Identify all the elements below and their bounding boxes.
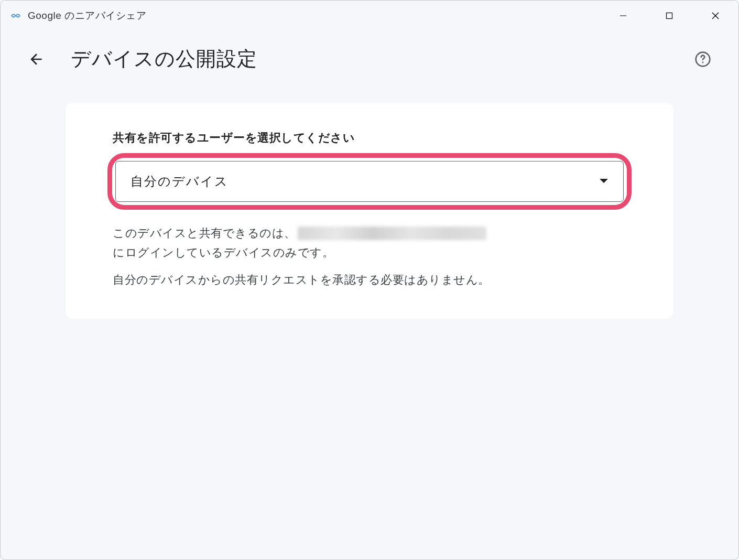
maximize-button[interactable] <box>646 1 692 31</box>
settings-card: 共有を許可するユーザーを選択してください 自分のデバイス このデバイスと共有でき… <box>66 103 673 319</box>
app-icon <box>11 11 20 20</box>
titlebar: Google のニアバイシェア <box>1 1 738 31</box>
help-button[interactable] <box>691 48 714 71</box>
svg-rect-1 <box>667 13 672 19</box>
desc-text-before: このデバイスと共有できるのは、 <box>113 223 296 243</box>
redacted-account-info <box>298 227 486 240</box>
dropdown-selected-value: 自分のデバイス <box>131 173 229 190</box>
visibility-dropdown[interactable]: 自分のデバイス <box>115 161 624 202</box>
app-title: Google のニアバイシェア <box>28 9 146 23</box>
description-line-2: 自分のデバイスからの共有リクエストを承認する必要はありません。 <box>113 270 632 289</box>
description-line-1: このデバイスと共有できるのは、 にログインしているデバイスのみです。 <box>113 223 632 263</box>
window-controls <box>600 1 738 31</box>
dropdown-highlight: 自分のデバイス <box>107 153 632 210</box>
header-row: デバイスの公開設定 <box>19 46 720 72</box>
svg-point-5 <box>702 61 704 63</box>
back-button[interactable] <box>24 47 49 72</box>
section-label: 共有を許可するユーザーを選択してください <box>113 130 632 146</box>
minimize-button[interactable] <box>600 1 646 31</box>
content-area: デバイスの公開設定 共有を許可するユーザーを選択してください 自分のデバイス <box>1 31 738 333</box>
close-button[interactable] <box>692 1 738 31</box>
description-text: このデバイスと共有できるのは、 にログインしているデバイスのみです。 自分のデバ… <box>113 223 632 289</box>
page-title: デバイスの公開設定 <box>71 46 669 72</box>
chevron-down-icon <box>599 177 608 186</box>
titlebar-left: Google のニアバイシェア <box>11 9 146 23</box>
desc-text-after: にログインしているデバイスのみです。 <box>113 243 334 262</box>
